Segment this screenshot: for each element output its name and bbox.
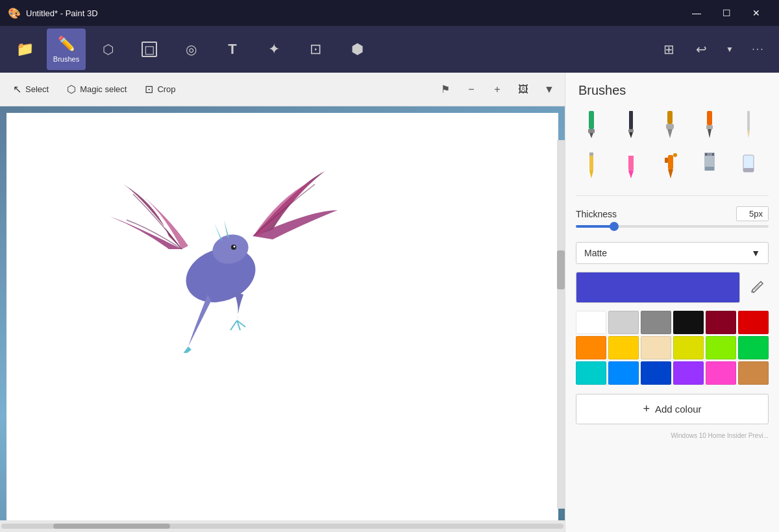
brush-marker[interactable] xyxy=(576,106,607,142)
color-black[interactable] xyxy=(673,311,704,334)
texture-dropdown[interactable]: Matte ▼ xyxy=(576,242,769,264)
canvas-area: ↖ Select ⬡ Magic select ⊡ Crop ⚑ − + 🖼 ▼ xyxy=(0,73,565,532)
color-green[interactable] xyxy=(738,336,769,359)
color-pink[interactable] xyxy=(706,361,736,385)
close-button[interactable]: ✕ xyxy=(741,0,771,26)
color-gray[interactable] xyxy=(641,311,671,334)
color-red[interactable] xyxy=(738,311,769,334)
add-colour-label: Add colour xyxy=(655,404,702,415)
svg-rect-20 xyxy=(589,152,593,156)
svg-rect-24 xyxy=(668,155,673,169)
toolbar-file[interactable]: 📁 xyxy=(5,29,44,70)
thickness-slider[interactable] xyxy=(576,225,769,228)
brush-crayon[interactable] xyxy=(615,146,647,182)
undo-dropdown-btn[interactable]: ▼ xyxy=(718,34,741,65)
color-lightblue[interactable] xyxy=(608,361,639,385)
plus-btn[interactable]: + xyxy=(487,79,508,100)
brushes-icon: ✏️ xyxy=(58,36,75,53)
add-colour-btn[interactable]: + Add colour xyxy=(576,394,769,424)
magic-select-btn[interactable]: ⬡ Magic select xyxy=(59,77,134,102)
toolbar-crop-area[interactable]: ⊡ xyxy=(296,29,335,70)
panel-title: Brushes xyxy=(565,73,779,106)
crop-label: Crop xyxy=(157,84,175,94)
color-yellow[interactable] xyxy=(608,336,639,359)
color-palette xyxy=(576,311,769,385)
color-lightgreen[interactable] xyxy=(706,336,736,359)
minus-btn[interactable]: − xyxy=(461,79,482,100)
svg-marker-12 xyxy=(667,129,673,138)
main-area: ↖ Select ⬡ Magic select ⊡ Crop ⚑ − + 🖼 ▼ xyxy=(0,73,779,532)
svg-rect-16 xyxy=(747,111,750,130)
toolbar-effects[interactable]: ◎ xyxy=(171,29,210,70)
svg-rect-5 xyxy=(588,129,595,133)
svg-rect-4 xyxy=(589,111,594,129)
brushes-label: Brushes xyxy=(53,55,79,63)
toolbar-brushes[interactable]: ✏️ Brushes xyxy=(47,29,86,70)
3d-icon: ◻ xyxy=(142,42,157,57)
slider-thumb[interactable] xyxy=(610,222,619,231)
svg-rect-34 xyxy=(743,168,754,172)
color-darkred[interactable] xyxy=(706,311,736,334)
svg-marker-17 xyxy=(747,130,750,138)
magic-select-label: Magic select xyxy=(80,84,127,94)
brush-eraser[interactable] xyxy=(733,146,764,182)
color-wheat[interactable] xyxy=(641,336,671,359)
color-white[interactable] xyxy=(576,311,606,334)
brush-spray[interactable] xyxy=(654,146,686,182)
image-btn[interactable]: 🖼 xyxy=(513,79,534,100)
color-purple[interactable] xyxy=(673,361,704,385)
more-options-btn[interactable]: ··· xyxy=(743,34,774,65)
title-bar-left: 🎨 Untitled* - Paint 3D xyxy=(8,7,98,19)
brush-oil[interactable] xyxy=(654,106,686,142)
dragon-image xyxy=(104,145,351,353)
flag-btn[interactable]: ⚑ xyxy=(435,79,456,100)
color-lightgray[interactable] xyxy=(608,311,639,334)
right-panel: Brushes xyxy=(565,73,779,532)
toolbar-2dshapes[interactable]: ⬡ xyxy=(88,29,127,70)
canvas-horizontal-scrollbar[interactable] xyxy=(0,520,565,532)
crop-icon: ⊡ xyxy=(145,83,153,95)
toolbar-3dview[interactable]: ⬢ xyxy=(338,29,377,70)
color-blue[interactable] xyxy=(641,361,671,385)
undo-btn[interactable]: ↩ xyxy=(686,34,717,65)
brush-calligraphy[interactable] xyxy=(615,106,647,142)
brush-pixel[interactable] xyxy=(694,146,725,182)
magic-select-icon: ⬡ xyxy=(67,83,76,95)
maximize-button[interactable]: ☐ xyxy=(711,0,741,26)
svg-rect-30 xyxy=(708,153,711,156)
active-color-swatch[interactable] xyxy=(576,272,740,303)
crop-btn[interactable]: ⊡ Crop xyxy=(137,77,183,102)
text-icon: T xyxy=(228,41,236,58)
drawing-canvas[interactable] xyxy=(6,113,558,520)
eyedropper-btn[interactable] xyxy=(745,276,769,299)
svg-point-3 xyxy=(234,246,236,248)
brush-watercolour[interactable] xyxy=(694,106,725,142)
file-icon: 📁 xyxy=(16,41,34,58)
svg-point-27 xyxy=(673,153,677,157)
2dshapes-icon: ⬡ xyxy=(103,42,114,57)
canvas-settings-btn[interactable]: ⊞ xyxy=(653,34,684,65)
minimize-button[interactable]: — xyxy=(682,0,711,26)
brush-pencil-thin[interactable] xyxy=(733,106,764,142)
canvas-scrollbar-thumb[interactable] xyxy=(557,250,565,289)
svg-rect-7 xyxy=(629,111,633,129)
canvas-content[interactable] xyxy=(0,106,565,520)
color-orange[interactable] xyxy=(576,336,606,359)
select-tool-btn[interactable]: ↖ Select xyxy=(5,77,56,102)
svg-marker-22 xyxy=(628,171,634,178)
toolbar-stickers[interactable]: ✦ xyxy=(254,29,293,70)
brush-pencil2[interactable] xyxy=(576,146,607,182)
color-brightyellow[interactable] xyxy=(673,336,704,359)
scrollbar-thumb[interactable] xyxy=(53,524,170,529)
dropdown-chevron-icon: ▼ xyxy=(751,248,760,258)
toolbar-3d[interactable]: ◻ xyxy=(130,29,169,70)
svg-rect-14 xyxy=(706,125,713,129)
app-icon: 🎨 xyxy=(8,7,21,19)
canvas-vertical-scrollbar[interactable] xyxy=(557,140,565,509)
undo-chevron-icon: ▼ xyxy=(726,45,734,54)
color-cyan[interactable] xyxy=(576,361,606,385)
svg-rect-29 xyxy=(705,153,708,156)
color-brown[interactable] xyxy=(738,361,769,385)
expand-btn[interactable]: ▼ xyxy=(539,79,560,100)
toolbar-text[interactable]: T xyxy=(213,29,252,70)
